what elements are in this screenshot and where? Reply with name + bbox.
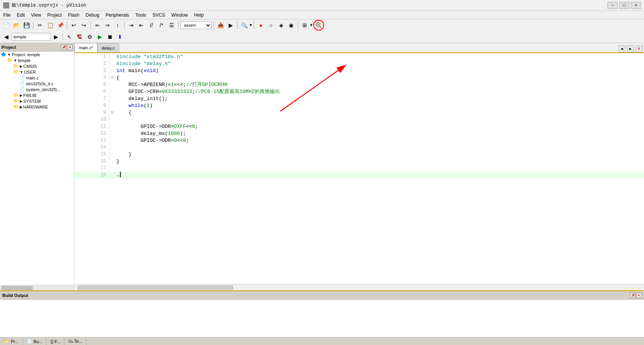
panel-pin-button[interactable]: 📌 <box>61 45 66 50</box>
line-content-13: GPIOC->ODR=0<<8; <box>115 137 644 144</box>
target-name-input[interactable] <box>12 33 50 41</box>
project-toggle[interactable]: ▼ <box>7 53 11 57</box>
bottom-tab-templates[interactable]: U₄ Te... <box>64 337 87 345</box>
breakpoint-kill[interactable]: ◈ <box>276 21 286 30</box>
code-line-4: 4 ⊟ { <box>75 74 644 81</box>
panel-close-button[interactable]: × <box>67 45 73 50</box>
back-button[interactable]: ⇐ <box>93 21 102 30</box>
maximize-button[interactable]: □ <box>619 2 629 9</box>
open-button[interactable]: 📂 <box>12 21 21 30</box>
line-num-8: 8 <box>75 102 109 109</box>
tree-item-main-c[interactable]: 📄 main.c <box>0 75 74 81</box>
view-mode-dropdown[interactable]: ▼ <box>310 23 312 28</box>
menu-debug[interactable]: Debug <box>83 11 102 19</box>
tree-item-project[interactable]: 🔷 ▼ Project: temple <box>0 52 74 57</box>
new-button[interactable]: 📄 <box>2 21 11 30</box>
code-line-1: 1 #include "stm32f10x.h" <box>75 53 644 60</box>
line-num-17: 17 <box>75 165 109 172</box>
hardware-toggle[interactable]: ▶ <box>20 105 23 109</box>
tabs-right-button[interactable]: ▶ <box>627 45 634 52</box>
line-fold-12 <box>109 130 115 137</box>
bottom-panel-pin[interactable]: 📌 <box>630 293 635 298</box>
line-content-9: { <box>115 109 644 116</box>
forward-button[interactable]: ⇒ <box>103 21 112 30</box>
fwlib-toggle[interactable]: ▶ <box>20 93 23 97</box>
menu-window[interactable]: Window <box>168 11 191 19</box>
line-fold-2 <box>109 60 115 67</box>
menu-flash[interactable]: Flash <box>65 11 82 19</box>
debug-go-button[interactable]: ▶ <box>226 21 235 30</box>
tabs-left-button[interactable]: ◀ <box>618 45 625 52</box>
stop-build[interactable]: ⏹ <box>105 32 115 41</box>
bottom-tab-project[interactable]: 📁 Pr... <box>0 337 23 345</box>
breakpoint-button[interactable]: ● <box>256 21 266 30</box>
cut-button[interactable]: ✂ <box>35 21 45 30</box>
tab-main-c-label: main.c* <box>79 45 93 50</box>
tree-item-system-folder[interactable]: 📁 ▶ SYSTEM <box>0 98 74 104</box>
tree-item-system[interactable]: 📄 system_stm32f1... <box>0 86 74 92</box>
indent-button[interactable]: ⇥ <box>127 21 136 30</box>
bottom-panel-close[interactable]: × <box>636 293 642 298</box>
paste-button[interactable]: 📌 <box>56 21 65 30</box>
breakpoint-enable[interactable]: ○ <box>266 21 276 30</box>
comment-button[interactable]: // <box>147 21 156 30</box>
system-icon: 📄 <box>19 87 25 92</box>
user-label: USER <box>24 70 36 74</box>
tree-item-hardware[interactable]: 📁 ▶ HARDWARE <box>0 104 74 110</box>
tree-item-temple[interactable]: 📁 ▼ temple <box>0 57 74 63</box>
menu-edit[interactable]: Edit <box>14 11 28 19</box>
uncomment-button[interactable]: /* <box>157 21 166 30</box>
project-panel-hscroll[interactable] <box>0 285 74 290</box>
close-button[interactable]: × <box>631 2 641 9</box>
redo-button[interactable]: ↪ <box>79 21 89 30</box>
find-button[interactable]: 🔍 <box>240 21 249 30</box>
line-fold-3 <box>109 67 115 74</box>
editor-hscroll[interactable] <box>75 284 644 290</box>
outdent-button[interactable]: ⇤ <box>137 21 146 30</box>
load-button[interactable]: 📥 <box>216 21 225 30</box>
build-target-prev[interactable]: ◀ <box>2 32 11 41</box>
system-folder-toggle[interactable]: ▶ <box>20 99 23 103</box>
tree-item-user[interactable]: 📁 ▼ USER <box>0 69 74 75</box>
code-editor[interactable]: 1 #include "stm32f10x.h" 2 #include "del… <box>75 53 644 284</box>
breakpoint-wave[interactable]: ◉ <box>286 21 296 30</box>
menu-svcs[interactable]: SVCS <box>149 11 168 19</box>
magnifier-button[interactable] <box>313 20 324 31</box>
menu-tools[interactable]: Tools <box>132 11 149 19</box>
code-line-17: 17 <box>75 165 644 172</box>
assert-dropdown[interactable]: assert <box>181 21 212 29</box>
temple-toggle[interactable]: ▼ <box>14 59 17 62</box>
menu-file[interactable]: File <box>0 11 14 19</box>
line-num-16: 16 <box>75 158 109 165</box>
build-all[interactable]: 🏗 <box>75 32 84 41</box>
copy-button[interactable]: 📋 <box>45 21 55 30</box>
batch-build[interactable]: ⚙ <box>85 32 94 41</box>
undo-button[interactable]: ↩ <box>69 21 78 30</box>
tabs-close-button[interactable]: × <box>635 45 642 52</box>
nav-button[interactable]: ↕ <box>113 21 122 30</box>
tab-delay-c[interactable]: delay.c <box>97 43 119 52</box>
line-fold-16 <box>109 158 115 165</box>
clean-target[interactable]: ▶ <box>95 32 104 41</box>
tree-item-cmsis[interactable]: 📁 ▶ CMSIS <box>0 63 74 69</box>
bottom-tab-build[interactable]: 📄 Bu... <box>23 337 47 345</box>
minimize-button[interactable]: − <box>608 2 618 9</box>
bottom-tab-functions[interactable]: {} F... <box>47 337 64 345</box>
menu-project[interactable]: Project <box>44 11 65 19</box>
menu-peripherals[interactable]: Peripherals <box>102 11 132 19</box>
tab-main-c[interactable]: main.c* <box>75 43 97 52</box>
menu-view[interactable]: View <box>28 11 44 19</box>
listbox-button[interactable]: ☰ <box>167 21 176 30</box>
tree-item-stm32-it[interactable]: 📄 stm32f10x_it.c <box>0 81 74 86</box>
tree-item-fwlib[interactable]: 📁 ▶ FWLIB <box>0 92 74 98</box>
find-dropdown[interactable]: ▼ <box>250 23 252 28</box>
menu-help[interactable]: Help <box>191 11 207 19</box>
cmsis-toggle[interactable]: ▶ <box>20 64 23 68</box>
cursor-tool[interactable]: ↖ <box>65 32 74 41</box>
temple-folder-icon: 📁 <box>7 58 12 63</box>
build-target-next[interactable]: ▶ <box>51 32 61 41</box>
download-flash[interactable]: ⬇ <box>115 32 125 41</box>
user-toggle[interactable]: ▼ <box>20 70 23 74</box>
save-button[interactable]: 💾 <box>22 21 31 30</box>
view-mode-button[interactable]: ⊞ <box>300 21 309 30</box>
